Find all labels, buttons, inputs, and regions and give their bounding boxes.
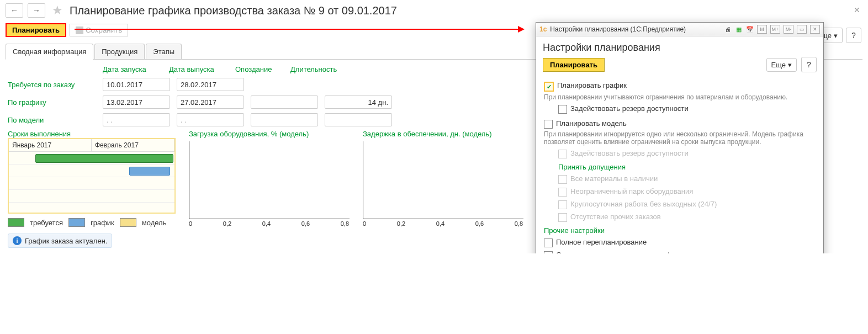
chk-reserve1[interactable] — [558, 105, 567, 114]
popup-plan-button[interactable]: Планировать — [543, 58, 605, 72]
print-icon[interactable]: 🖨 — [724, 25, 732, 33]
chk-materials — [558, 175, 567, 184]
sch-delay[interactable] — [251, 96, 318, 109]
legend-sw-sch — [68, 218, 85, 227]
popup-more-button[interactable]: Еще▾ — [766, 58, 797, 72]
row-model: По модели — [8, 116, 103, 124]
lbl-plan-model: Планировать модель — [556, 119, 627, 128]
lbl-247: Круглосуточная работа без выходных (24/7… — [570, 200, 717, 208]
legend-sch: график — [91, 219, 114, 227]
col-start: Дата запуска — [103, 65, 169, 73]
popup-title: Настройки планирования — [536, 36, 823, 57]
gantt-month2: Февраль 2017 — [92, 139, 174, 151]
chk-247 — [558, 200, 567, 209]
lbl-noorders: Отсутствие прочих заказов — [570, 213, 661, 221]
popup-help-button[interactable]: ? — [801, 57, 817, 72]
chk-full-replan[interactable] — [544, 238, 553, 247]
legend-sw-req — [8, 218, 24, 227]
mod-end[interactable]: . . — [177, 113, 244, 126]
save-label: Сохранить — [86, 26, 122, 34]
col-duration: Длительность — [290, 65, 346, 73]
popup-close-icon[interactable]: ✕ — [810, 25, 820, 34]
legend-mod: модель — [142, 219, 167, 227]
mod-dur[interactable] — [325, 113, 392, 126]
mod-start[interactable]: . . — [103, 113, 170, 126]
delay-ticks: 00,20,40,60,8 — [363, 220, 523, 227]
chk-cancel-manual[interactable] — [544, 251, 553, 253]
tab-stages[interactable]: Этапы — [146, 44, 182, 59]
save-button: Сохранить — [70, 24, 128, 36]
legend-req: требуется — [30, 219, 63, 227]
calc-icon[interactable]: ▦ — [735, 25, 743, 33]
status-text: График заказа актуален. — [25, 237, 107, 245]
load-chart — [189, 141, 350, 219]
sec-load: Загрузка оборудования, % (модель) — [189, 130, 350, 138]
chk-equipment — [558, 188, 567, 197]
load-ticks: 00,20,40,60,8 — [189, 220, 349, 227]
sch-end[interactable]: 27.02.2017 — [177, 96, 244, 109]
col-delay: Опоздание — [235, 65, 290, 73]
bar-schedule — [129, 167, 170, 176]
lbl-materials: Все материалы в наличии — [570, 174, 658, 183]
settings-popup: 1c Настройки планирования (1С:Предприяти… — [536, 22, 824, 253]
req-start[interactable]: 10.01.2017 — [103, 78, 170, 91]
chk-reserve2 — [558, 150, 567, 158]
plan-button[interactable]: Планировать — [6, 23, 66, 37]
lbl-reserve2: Задействовать резерв доступности — [570, 149, 689, 157]
hint2: При планировании игнорируется одно или н… — [544, 130, 816, 146]
hint1: При планировании учитываются ограничения… — [544, 93, 816, 101]
lbl-equipment: Неограниченный парк оборудования — [570, 187, 693, 195]
favorite-icon[interactable]: ★ — [52, 3, 63, 18]
m-button[interactable]: M — [757, 25, 767, 34]
tab-products[interactable]: Продукция — [94, 44, 145, 59]
status-bar: i График заказа актуален. — [8, 234, 112, 248]
sec-timeline: Сроки выполнения — [8, 130, 176, 138]
popup-window-title: Настройки планирования (1С:Предприятие) — [550, 25, 686, 33]
delay-chart — [363, 141, 523, 219]
row-schedule: По графику — [8, 98, 103, 107]
req-end[interactable]: 28.02.2017 — [177, 78, 244, 91]
col-end: Дата выпуска — [169, 65, 235, 73]
lbl-full-replan: Полное перепланирование — [556, 238, 647, 246]
chk-plan-schedule[interactable]: ✔ — [544, 82, 554, 92]
lbl-cancel-manual: Отменить ручные изменения графика — [556, 251, 683, 253]
gantt-chart: Январь 2017 Февраль 2017 — [8, 138, 176, 214]
sec-delay: Задержка в обеспечении, дн. (модель) — [363, 130, 523, 138]
calendar-icon[interactable]: 📅 — [746, 25, 754, 33]
lbl-plan-schedule: Планировать график — [557, 81, 627, 89]
back-button[interactable]: ← — [6, 3, 23, 18]
group-other: Прочие настройки — [544, 226, 816, 235]
annotation-arrow — [75, 29, 520, 30]
row-required: Требуется по заказу — [8, 81, 103, 89]
app-icon: 1c — [539, 25, 547, 33]
sch-start[interactable]: 13.02.2017 — [103, 96, 170, 109]
legend-sw-mod — [120, 218, 136, 227]
help-button-main[interactable]: ? — [846, 28, 861, 43]
forward-button[interactable]: → — [28, 3, 45, 18]
bar-required — [35, 154, 173, 163]
page-title: Планирование графика производства заказа… — [70, 4, 397, 17]
mminus-button[interactable]: M- — [784, 25, 793, 34]
close-icon[interactable]: ✕ — [854, 6, 860, 14]
mplus-button[interactable]: M+ — [770, 25, 780, 34]
sch-dur[interactable]: 14 дн. — [325, 96, 392, 109]
minimize-icon[interactable]: ▭ — [797, 25, 807, 34]
chk-noorders — [558, 213, 567, 222]
mod-delay[interactable] — [251, 113, 318, 126]
gantt-month1: Январь 2017 — [9, 139, 92, 151]
chk-plan-model[interactable] — [544, 120, 553, 129]
tab-summary[interactable]: Сводная информация — [6, 44, 93, 60]
info-icon: i — [13, 236, 22, 245]
group-assumptions: Принять допущения — [558, 163, 816, 171]
disk-icon — [76, 26, 83, 34]
lbl-reserve1: Задействовать резерв доступности — [570, 104, 689, 113]
